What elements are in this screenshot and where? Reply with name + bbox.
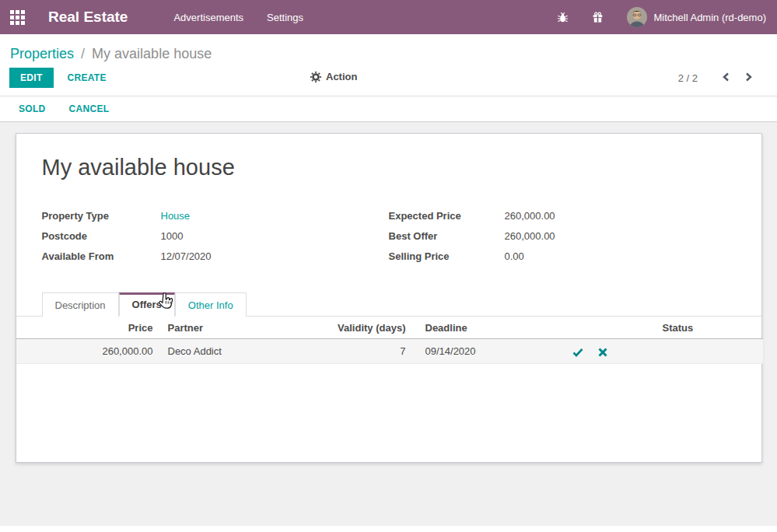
control-panel: Properties / My available house EDIT CRE… [0, 34, 777, 96]
accept-offer-check-icon[interactable] [572, 347, 583, 358]
property-type-value[interactable]: House [161, 210, 191, 222]
offer-status [646, 339, 763, 364]
selling-price-label: Selling Price [389, 250, 505, 262]
notebook: Description Offers Other Info Price Part… [16, 292, 761, 364]
best-offer-label: Best Offer [389, 230, 505, 242]
best-offer-value: 260,000.00 [505, 230, 555, 242]
breadcrumb-current: My available house [92, 46, 212, 61]
offer-deadline[interactable]: 09/14/2020 [417, 339, 561, 364]
offer-price[interactable]: 260,000.00 [16, 339, 164, 364]
refuse-offer-x-icon[interactable] [597, 347, 608, 358]
breadcrumb: Properties / My available house [0, 34, 777, 68]
offers-table: Price Partner Validity (days) Deadline S… [16, 317, 763, 364]
available-from-value: 12/07/2020 [161, 250, 212, 262]
chevron-right-icon [744, 72, 754, 82]
header-price[interactable]: Price [16, 317, 164, 339]
header-actions [561, 317, 646, 339]
selling-price-value: 0.00 [505, 250, 524, 262]
offers-table-header: Price Partner Validity (days) Deadline S… [16, 317, 763, 339]
action-menu-button[interactable]: Action [310, 71, 357, 82]
postcode-value: 1000 [161, 230, 184, 242]
header-partner[interactable]: Partner [164, 317, 285, 339]
app-title[interactable]: Real Estate [48, 9, 128, 26]
pager: 2 / 2 [678, 72, 760, 85]
offer-actions [561, 339, 646, 364]
property-title: My available house [42, 155, 736, 180]
pager-count: 2 / 2 [678, 72, 698, 84]
header-status[interactable]: Status [646, 317, 763, 339]
postcode-label: Postcode [42, 230, 161, 242]
create-button[interactable]: CREATE [68, 72, 107, 83]
tab-description[interactable]: Description [42, 292, 119, 317]
tab-other-info[interactable]: Other Info [175, 292, 247, 317]
expected-price-value: 260,000.00 [505, 210, 555, 222]
menu-settings[interactable]: Settings [255, 2, 315, 33]
breadcrumb-properties[interactable]: Properties [10, 46, 74, 61]
header-deadline[interactable]: Deadline [417, 317, 561, 339]
breadcrumb-separator: / [78, 46, 88, 61]
apps-grid-icon[interactable] [10, 10, 25, 25]
edit-button[interactable]: EDIT [9, 68, 54, 88]
gear-icon [310, 72, 321, 82]
form-view-background: My available house Property Type House P… [0, 122, 777, 526]
field-groups: Property Type House Postcode 1000 Availa… [16, 210, 761, 271]
property-type-label: Property Type [42, 210, 161, 222]
offer-row[interactable]: 260,000.00 Deco Addict 7 09/14/2020 [16, 339, 763, 364]
cancel-button[interactable]: CANCEL [69, 103, 110, 114]
form-sheet: My available house Property Type House P… [16, 133, 762, 463]
gift-icon[interactable] [592, 12, 604, 23]
expected-price-label: Expected Price [389, 210, 505, 222]
action-menu-label: Action [326, 71, 357, 82]
tab-bar: Description Offers Other Info [16, 292, 761, 317]
user-menu[interactable]: Mitchell Admin (rd-demo) [654, 12, 767, 23]
menu-advertisements[interactable]: Advertisements [162, 2, 255, 33]
header-validity[interactable]: Validity (days) [285, 317, 417, 339]
top-navbar: Real Estate Advertisements Settings [0, 0, 777, 34]
offer-partner[interactable]: Deco Addict [164, 339, 285, 364]
available-from-label: Available From [42, 250, 161, 262]
tab-offers[interactable]: Offers [119, 292, 175, 317]
user-avatar[interactable] [627, 7, 647, 27]
sold-button[interactable]: SOLD [19, 103, 46, 114]
form-statusbar: SOLD CANCEL [0, 96, 777, 122]
bug-debug-icon[interactable] [557, 12, 569, 23]
pager-next-button[interactable] [737, 72, 760, 85]
pager-previous-button[interactable] [715, 72, 737, 85]
chevron-left-icon [721, 72, 731, 82]
offer-validity[interactable]: 7 [285, 339, 417, 364]
